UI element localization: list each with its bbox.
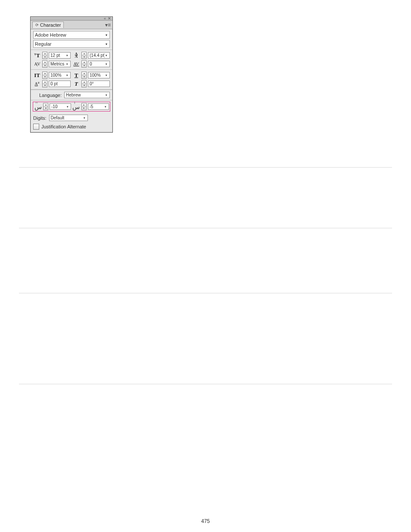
horizontal-scale-icon: T	[72, 72, 80, 79]
baseline-value: 0 pt	[50, 81, 69, 86]
vscale-stepper[interactable]: ▴▾	[42, 72, 47, 79]
chevron-down-icon: ▾	[105, 33, 108, 37]
close-icon[interactable]: ✕	[108, 17, 111, 21]
kerning-field[interactable]: Metrics ▾	[49, 61, 71, 67]
diacritic-h-value: -10	[51, 104, 66, 109]
page-number: 475	[0, 518, 411, 524]
vscale-value: 100%	[50, 73, 65, 78]
hscale-field[interactable]: 100% ▾	[88, 72, 110, 78]
skew-icon: T	[72, 81, 80, 87]
diacritic-h-field[interactable]: -10 ▾	[50, 103, 71, 110]
leading-icon: A A	[72, 52, 80, 59]
chevron-down-icon: ▾	[105, 42, 108, 46]
skew-value: 0°	[90, 81, 108, 86]
baseline-shift-icon: Aa	[33, 81, 41, 87]
leading-stepper[interactable]: ▴▾	[81, 52, 87, 59]
font-size-field[interactable]: 12 pt ▾	[49, 52, 71, 59]
digits-field[interactable]: Default ▾	[49, 115, 88, 121]
font-style-field[interactable]: Regular ▾	[33, 40, 110, 48]
character-panel: « ✕ ⟳ Character ▾≡ Adobe Hebrew ▾ Regula…	[30, 16, 113, 133]
tab-bar: ⟳ Character ▾≡	[31, 21, 112, 29]
baseline-field[interactable]: 0 pt	[49, 81, 71, 87]
kerning-stepper[interactable]: ▴▾	[42, 60, 47, 68]
language-row: Language: Hebrew ▾	[31, 90, 112, 100]
diacritic-v-field[interactable]: -5 ▾	[88, 103, 109, 110]
tracking-field[interactable]: 0 ▾	[88, 61, 110, 67]
chevron-down-icon: ▾	[105, 74, 108, 77]
baseline-stepper[interactable]: ▴▾	[42, 80, 47, 87]
tab-label: Character	[40, 22, 61, 28]
digits-value: Default	[51, 115, 83, 120]
language-field[interactable]: Hebrew ▾	[64, 92, 110, 98]
diacritic-h-icon: ↔س	[34, 103, 42, 110]
justification-label: Justification Alternate	[41, 124, 86, 129]
chevron-down-icon: ▾	[104, 105, 107, 109]
tab-character[interactable]: ⟳ Character	[32, 22, 64, 28]
vscale-field[interactable]: 100% ▾	[49, 72, 71, 78]
diacritic-row: ↔س ▴▾ -10 ▾ ↕س ▴▾ -5 ▾	[33, 102, 110, 112]
font-size-value: 12 pt	[50, 53, 65, 58]
panel-menu-icon[interactable]: ▾≡	[105, 22, 111, 28]
skew-stepper[interactable]: ▴▾	[81, 80, 87, 87]
font-size-icon: TT	[33, 52, 41, 59]
justification-checkbox[interactable]	[33, 124, 39, 130]
justification-row: Justification Alternate	[31, 123, 112, 132]
panel-header-bar: « ✕	[31, 17, 112, 21]
font-size-stepper[interactable]: ▴▾	[42, 52, 47, 59]
divider	[19, 384, 392, 384]
tracking-stepper[interactable]: ▴▾	[81, 60, 87, 68]
kerning-value: Metrics	[50, 62, 65, 66]
diacritic-v-icon: ↕س	[72, 103, 80, 110]
hscale-stepper[interactable]: ▴▾	[81, 72, 87, 79]
diacritic-h-stepper[interactable]: ▴▾	[43, 103, 48, 110]
collapse-icon[interactable]: «	[104, 17, 106, 21]
skew-field[interactable]: 0°	[88, 81, 110, 87]
cycle-icon: ⟳	[35, 23, 39, 27]
font-family-value: Adobe Hebrew	[35, 32, 105, 37]
scale-section: IT ▴▾ 100% ▾ T ▴▾ 100% ▾	[31, 70, 112, 90]
chevron-down-icon: ▾	[65, 74, 69, 77]
leading-value: (14.4 pt)	[90, 53, 105, 58]
chevron-down-icon: ▾	[65, 62, 69, 66]
digits-label: Digits:	[33, 115, 47, 121]
leading-field[interactable]: (14.4 pt) ▾	[88, 52, 110, 59]
language-label: Language:	[39, 93, 62, 98]
tracking-value: 0	[90, 62, 105, 66]
chevron-down-icon: ▾	[65, 54, 69, 57]
chevron-down-icon: ▾	[105, 62, 108, 66]
language-value: Hebrew	[66, 93, 105, 97]
divider	[19, 228, 392, 228]
divider	[19, 293, 392, 293]
diacritic-v-value: -5	[90, 104, 104, 109]
chevron-down-icon: ▾	[105, 93, 108, 97]
vertical-scale-icon: IT	[33, 72, 41, 79]
diacritic-v-stepper[interactable]: ▴▾	[81, 103, 87, 110]
kerning-icon: A|V	[33, 61, 41, 68]
size-kerning-section: TT ▴▾ 12 pt ▾ A A ▴▾	[31, 50, 112, 70]
chevron-down-icon: ▾	[105, 54, 108, 57]
font-style-value: Regular	[35, 41, 105, 47]
chevron-down-icon: ▾	[83, 116, 86, 120]
tracking-icon: AV	[72, 61, 80, 68]
hscale-value: 100%	[90, 73, 105, 78]
font-section: Adobe Hebrew ▾ Regular ▾	[31, 29, 112, 50]
divider	[19, 167, 392, 168]
chevron-down-icon: ▾	[66, 105, 69, 109]
digits-row: Digits: Default ▾	[31, 113, 112, 123]
font-family-field[interactable]: Adobe Hebrew ▾	[33, 31, 110, 39]
